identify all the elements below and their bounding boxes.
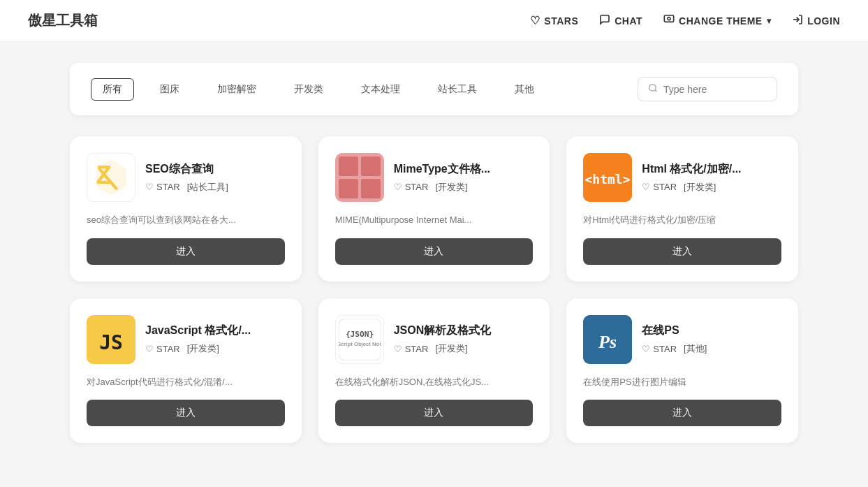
logo[interactable]: 傲星工具箱 <box>28 11 98 30</box>
nav-stars-label: STARS <box>544 15 578 27</box>
card-html-meta: ♡ STAR [开发类] <box>642 181 781 194</box>
card-js-desc: 对JavaScript代码进行格式化/混淆/... <box>87 375 285 389</box>
card-ps-info: 在线PS ♡ STAR [其他] <box>642 324 781 355</box>
card-html: <html> Html 格式化/加密/... ♡ STAR [开发类] 对Htm… <box>566 136 798 282</box>
card-ps-logo: Ps <box>583 315 632 364</box>
heart-icon: ♡ <box>394 344 402 354</box>
card-html-tag: [开发类] <box>684 181 716 194</box>
nav-chat-label: CHAT <box>615 15 642 27</box>
card-mime-star-label: STAR <box>405 182 429 192</box>
card-mime-info: MimeType文件格... ♡ STAR [开发类] <box>394 162 534 194</box>
main-content: 所有 图床 加密解密 开发类 文本处理 站长工具 其他 Z <box>0 42 868 464</box>
login-icon <box>792 14 803 28</box>
svg-point-1 <box>668 17 670 20</box>
theme-icon <box>663 14 675 28</box>
card-seo-tag: [站长工具] <box>187 181 228 194</box>
card-ps-desc: 在线使用PS进行图片编辑 <box>583 375 781 389</box>
header: 傲星工具箱 ♡ STARS CHAT CHANGE THEME ▾ LOGIN <box>0 0 868 42</box>
nav-stars[interactable]: ♡ STARS <box>530 14 578 27</box>
tab-other[interactable]: 其他 <box>503 78 546 101</box>
card-js-star-label: STAR <box>156 344 180 354</box>
filter-tabs: 所有 图床 加密解密 开发类 文本处理 站长工具 其他 <box>91 78 546 101</box>
card-js: JS JavaScript 格式化/... ♡ STAR [开发类] 对Java… <box>70 298 302 444</box>
card-html-logo: <html> <box>583 153 632 202</box>
card-json-desc: 在线格式化解析JSON,在线格式化JS... <box>335 375 534 389</box>
card-json-info: JSON解析及格式化 ♡ STAR [开发类] <box>394 324 534 355</box>
card-json-star[interactable]: ♡ STAR <box>394 344 429 354</box>
svg-text:<html>: <html> <box>585 172 631 187</box>
card-html-info: Html 格式化/加密/... ♡ STAR [开发类] <box>642 162 781 194</box>
card-seo-star-label: STAR <box>156 182 180 192</box>
card-json-tag: [开发类] <box>435 342 467 355</box>
search-input[interactable] <box>663 84 767 95</box>
card-json-header: {JSON} JavaScript Object Notation JSON解析… <box>335 315 534 364</box>
svg-rect-10 <box>339 179 358 198</box>
nav-login[interactable]: LOGIN <box>792 14 840 28</box>
card-js-logo: JS <box>87 315 135 364</box>
chat-icon <box>599 14 610 28</box>
tab-webmaster[interactable]: 站长工具 <box>426 78 489 101</box>
card-json-logo: {JSON} JavaScript Object Notation <box>335 315 384 364</box>
tab-all[interactable]: 所有 <box>91 78 134 101</box>
nav: ♡ STARS CHAT CHANGE THEME ▾ LOGIN <box>530 14 840 28</box>
card-js-tag: [开发类] <box>187 342 219 355</box>
card-js-enter[interactable]: 进入 <box>87 400 285 426</box>
tab-text[interactable]: 文本处理 <box>349 78 412 101</box>
chevron-down-icon: ▾ <box>767 16 772 26</box>
heart-icon: ♡ <box>642 344 650 354</box>
svg-text:JavaScript Object Notation: JavaScript Object Notation <box>339 341 381 347</box>
card-json-enter[interactable]: 进入 <box>335 400 534 426</box>
card-ps-header: Ps 在线PS ♡ STAR [其他] <box>583 315 781 364</box>
card-mime-logo <box>335 153 384 202</box>
card-html-enter[interactable]: 进入 <box>583 238 781 265</box>
card-html-star[interactable]: ♡ STAR <box>642 182 677 192</box>
card-html-star-label: STAR <box>653 182 677 192</box>
card-mime-title: MimeType文件格... <box>394 162 534 177</box>
heart-icon: ♡ <box>530 14 540 27</box>
card-seo-star[interactable]: ♡ STAR <box>145 182 180 192</box>
card-html-header: <html> Html 格式化/加密/... ♡ STAR [开发类] <box>583 153 781 202</box>
card-mime-enter[interactable]: 进入 <box>335 238 534 265</box>
svg-point-3 <box>649 85 656 91</box>
card-js-header: JS JavaScript 格式化/... ♡ STAR [开发类] <box>87 315 285 364</box>
heart-icon: ♡ <box>642 182 650 192</box>
card-html-desc: 对Html代码进行格式化/加密/压缩 <box>583 213 781 227</box>
card-ps-star[interactable]: ♡ STAR <box>642 344 677 354</box>
svg-text:{JSON}: {JSON} <box>346 329 374 338</box>
svg-rect-9 <box>361 157 381 176</box>
svg-text:JS: JS <box>99 330 123 354</box>
card-seo-enter[interactable]: 进入 <box>87 238 285 265</box>
card-seo-desc: seo综合查询可以查到该网站在各大... <box>87 213 285 227</box>
card-ps-title: 在线PS <box>642 324 781 338</box>
card-seo: Z SEO综合查询 ♡ STAR [站长工具] seo综合查询可以查到该网站 <box>70 136 302 282</box>
nav-chat[interactable]: CHAT <box>599 14 642 28</box>
heart-icon: ♡ <box>394 182 402 192</box>
card-mime-tag: [开发类] <box>435 181 467 194</box>
card-json-meta: ♡ STAR [开发类] <box>394 342 534 355</box>
svg-line-4 <box>655 90 657 92</box>
card-html-title: Html 格式化/加密/... <box>642 162 781 177</box>
tab-crypto[interactable]: 加密解密 <box>205 78 268 101</box>
nav-login-label: LOGIN <box>807 15 840 27</box>
nav-theme[interactable]: CHANGE THEME ▾ <box>663 14 771 28</box>
search-icon <box>648 83 658 95</box>
card-seo-title: SEO综合查询 <box>145 162 285 177</box>
card-ps-tag: [其他] <box>684 342 707 355</box>
cards-grid: Z SEO综合查询 ♡ STAR [站长工具] seo综合查询可以查到该网站 <box>70 136 798 443</box>
card-json-star-label: STAR <box>405 344 429 354</box>
card-json-title: JSON解析及格式化 <box>394 324 534 338</box>
card-seo-header: Z SEO综合查询 ♡ STAR [站长工具] <box>87 153 285 202</box>
heart-icon: ♡ <box>145 182 154 192</box>
tab-image[interactable]: 图床 <box>148 78 191 101</box>
card-seo-info: SEO综合查询 ♡ STAR [站长工具] <box>145 162 285 194</box>
tab-dev[interactable]: 开发类 <box>282 78 335 101</box>
card-mime-meta: ♡ STAR [开发类] <box>394 181 534 194</box>
heart-icon: ♡ <box>145 344 154 354</box>
card-mime-star[interactable]: ♡ STAR <box>394 182 429 192</box>
card-seo-logo: Z <box>87 153 135 202</box>
card-js-star[interactable]: ♡ STAR <box>145 344 180 354</box>
card-js-title: JavaScript 格式化/... <box>145 324 285 338</box>
nav-theme-label: CHANGE THEME <box>679 15 763 27</box>
card-ps-enter[interactable]: 进入 <box>583 400 781 426</box>
svg-rect-16 <box>339 319 381 361</box>
